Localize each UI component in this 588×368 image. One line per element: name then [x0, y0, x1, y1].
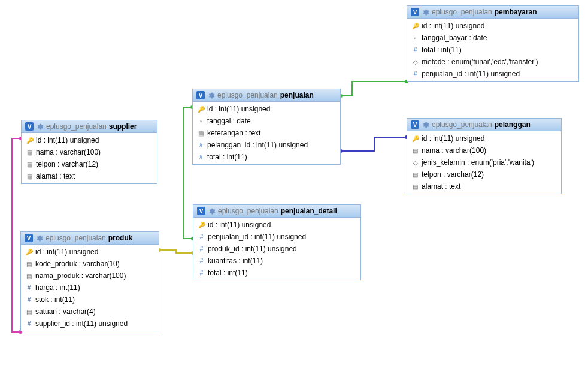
- column-label: stok : int(11): [35, 295, 75, 304]
- table-header[interactable]: Veplusgo_penjualan produk: [21, 232, 159, 245]
- column-label: kode_produk : varchar(10): [35, 260, 120, 268]
- schema-name: eplusgo_penjualan: [432, 8, 492, 16]
- column-label: keterangan : text: [207, 129, 260, 137]
- relation-line: [183, 107, 193, 239]
- column-label: penjualan_id : int(11) unsigned: [208, 233, 306, 241]
- column-label: produk_id : int(11) unsigned: [208, 245, 297, 253]
- options-icon[interactable]: [422, 8, 429, 16]
- column-row[interactable]: #penjualan_id : int(11) unsigned: [193, 231, 360, 243]
- relation-line: [159, 250, 193, 253]
- column-row[interactable]: #produk_id : int(11) unsigned: [193, 243, 360, 255]
- column-row[interactable]: ▤telpon : varchar(12): [407, 168, 561, 180]
- column-label: pelanggan_id : int(11) unsigned: [207, 141, 308, 149]
- column-label: metode : enum('tunai','edc','transfer'): [422, 58, 538, 66]
- column-row[interactable]: ▤nama : varchar(100): [407, 144, 561, 156]
- schema-name: eplusgo_penjualan: [46, 122, 107, 131]
- column-label: total : int(11): [208, 269, 248, 277]
- column-row[interactable]: ▤nama : varchar(100): [22, 146, 157, 158]
- column-row[interactable]: #supplier_id : int(11) unsigned: [21, 318, 159, 330]
- column-row[interactable]: ▤telpon : varchar(12): [22, 158, 157, 170]
- column-row[interactable]: #total : int(11): [193, 151, 340, 163]
- table-penjualan[interactable]: Veplusgo_penjualan penjualan🔑id : int(11…: [192, 89, 341, 165]
- column-label: supplier_id : int(11) unsigned: [35, 319, 128, 328]
- column-label: id : int(11) unsigned: [35, 248, 98, 256]
- column-label: nama_produk : varchar(100): [35, 272, 126, 280]
- key-icon: 🔑: [198, 106, 204, 113]
- options-icon[interactable]: [207, 92, 215, 99]
- index-icon: ▫: [198, 118, 204, 125]
- column-row[interactable]: #penjualan_id : int(11) unsigned: [407, 68, 578, 80]
- options-icon[interactable]: [422, 121, 429, 129]
- table-pelanggan[interactable]: Veplusgo_penjualan pelanggan🔑id : int(11…: [407, 118, 562, 194]
- column-label: total : int(11): [422, 46, 462, 54]
- table-header[interactable]: Veplusgo_penjualan pembayaran: [407, 6, 578, 19]
- column-row[interactable]: ◇metode : enum('tunai','edc','transfer'): [407, 56, 578, 68]
- relation-line: [341, 137, 407, 151]
- view-icon[interactable]: V: [196, 91, 205, 99]
- column-label: telpon : varchar(12): [36, 160, 98, 168]
- column-row[interactable]: 🔑id : int(11) unsigned: [21, 246, 159, 258]
- column-label: id : int(11) unsigned: [207, 105, 270, 113]
- view-icon[interactable]: V: [411, 120, 419, 129]
- key-icon: 🔑: [26, 249, 32, 255]
- text-icon: ▤: [198, 130, 204, 137]
- column-list: 🔑id : int(11) unsigned▤nama : varchar(10…: [407, 131, 561, 194]
- column-label: satuan : varchar(4): [35, 307, 96, 316]
- table-produk[interactable]: Veplusgo_penjualan produk🔑id : int(11) u…: [20, 231, 159, 331]
- key-icon: 🔑: [26, 137, 33, 144]
- num-icon: #: [198, 270, 205, 276]
- column-row[interactable]: #harga : int(11): [21, 282, 159, 294]
- table-pembayaran[interactable]: Veplusgo_penjualan pembayaran🔑id : int(1…: [407, 5, 579, 82]
- column-row[interactable]: #stok : int(11): [21, 294, 159, 306]
- table-header[interactable]: Veplusgo_penjualan supplier: [22, 120, 157, 133]
- column-row[interactable]: 🔑id : int(11) unsigned: [407, 20, 578, 32]
- table-header[interactable]: Veplusgo_penjualan pelanggan: [407, 119, 561, 131]
- column-list: 🔑id : int(11) unsigned▤nama : varchar(10…: [22, 133, 157, 183]
- column-row[interactable]: #kuantitas : int(11): [193, 255, 360, 267]
- column-label: alamat : text: [422, 182, 460, 191]
- num-icon: #: [412, 47, 419, 53]
- column-row[interactable]: ▫tanggal : date: [193, 115, 340, 127]
- column-row[interactable]: ▤nama_produk : varchar(100): [21, 270, 159, 282]
- table-name: pelanggan: [495, 120, 531, 129]
- column-row[interactable]: ▤alamat : text: [22, 170, 157, 182]
- view-icon[interactable]: V: [411, 8, 419, 16]
- num-icon: #: [26, 285, 32, 291]
- column-list: 🔑id : int(11) unsigned▤kode_produk : var…: [21, 245, 159, 331]
- column-row[interactable]: ▤satuan : varchar(4): [21, 306, 159, 318]
- column-label: telpon : varchar(12): [422, 170, 484, 179]
- column-row[interactable]: 🔑id : int(11) unsigned: [22, 134, 157, 146]
- num-icon: #: [198, 258, 205, 264]
- column-row[interactable]: ◇jenis_kelamin : enum('pria','wanita'): [407, 156, 561, 168]
- column-row[interactable]: #total : int(11): [407, 44, 578, 56]
- view-icon[interactable]: V: [25, 234, 33, 242]
- key-icon: 🔑: [412, 23, 419, 29]
- column-row[interactable]: #total : int(11): [193, 267, 360, 279]
- column-row[interactable]: 🔑id : int(11) unsigned: [407, 132, 561, 144]
- options-icon[interactable]: [35, 234, 43, 242]
- column-label: id : int(11) unsigned: [422, 22, 484, 30]
- table-penjualan_detail[interactable]: Veplusgo_penjualan penjualan_detail🔑id :…: [193, 204, 361, 280]
- table-header[interactable]: Veplusgo_penjualan penjualan: [193, 89, 340, 102]
- column-row[interactable]: ▤keterangan : text: [193, 127, 340, 139]
- view-icon[interactable]: V: [197, 207, 205, 215]
- column-row[interactable]: 🔑id : int(11) unsigned: [193, 219, 360, 231]
- num-icon: #: [198, 154, 204, 161]
- column-row[interactable]: 🔑id : int(11) unsigned: [193, 103, 340, 115]
- column-row[interactable]: ▤alamat : text: [407, 180, 561, 192]
- key-icon: 🔑: [198, 222, 205, 228]
- column-row[interactable]: ▤kode_produk : varchar(10): [21, 258, 159, 270]
- table-supplier[interactable]: Veplusgo_penjualan supplier🔑id : int(11)…: [21, 120, 157, 184]
- options-icon[interactable]: [208, 207, 216, 215]
- column-label: penjualan_id : int(11) unsigned: [422, 70, 520, 78]
- column-row[interactable]: ▫tanggal_bayar : date: [407, 32, 578, 44]
- column-list: 🔑id : int(11) unsigned▫tanggal_bayar : d…: [407, 19, 578, 81]
- schema-name: eplusgo_penjualan: [217, 91, 278, 99]
- column-row[interactable]: #pelanggan_id : int(11) unsigned: [193, 139, 340, 151]
- view-icon[interactable]: V: [25, 122, 34, 131]
- table-header[interactable]: Veplusgo_penjualan penjualan_detail: [193, 205, 360, 218]
- options-icon[interactable]: [36, 123, 44, 131]
- num-icon: #: [198, 142, 204, 149]
- text-icon: ▤: [26, 161, 33, 168]
- column-label: total : int(11): [207, 153, 247, 161]
